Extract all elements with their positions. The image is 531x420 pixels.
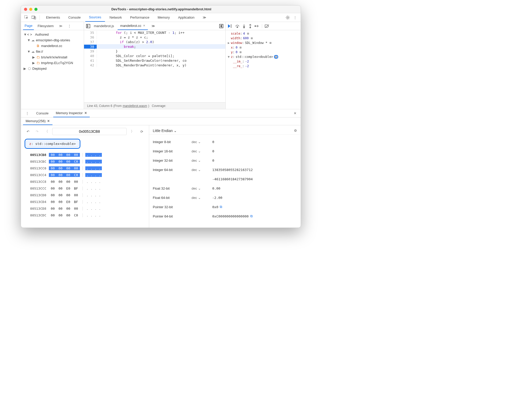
hex-byte[interactable]: 00 [49, 193, 57, 197]
tree-authored[interactable]: ▼< > Authored [21, 32, 84, 37]
hex-byte[interactable]: E0 [64, 200, 72, 204]
hex-byte[interactable]: 00 [64, 193, 72, 197]
memory-icon[interactable]: ⊞ [239, 46, 243, 49]
minimize-window[interactable] [29, 8, 32, 11]
hex-row[interactable]: 00513CB800000000.... [26, 151, 144, 158]
hex-byte[interactable]: 00 [49, 153, 57, 157]
hex-row[interactable]: 00513CC000000000.... [26, 165, 144, 172]
close-icon[interactable]: ✕ [84, 111, 87, 115]
tree-deployed[interactable]: ▶⬡Deployed [21, 66, 84, 71]
hex-byte[interactable]: 00 [72, 207, 80, 211]
sidebar-tabs-overflow[interactable]: ≫ [57, 22, 64, 30]
hex-byte[interactable]: 00 [64, 153, 72, 157]
scope-z[interactable]: ▼z: std::complex<double>⊞ [228, 55, 299, 59]
scope-z-re[interactable]: __re_: -2 [228, 64, 299, 68]
device-toolbar-icon[interactable] [31, 14, 37, 21]
hex-byte[interactable]: 00 [57, 160, 64, 164]
hex-byte[interactable]: BF [72, 200, 80, 204]
step-into-icon[interactable] [242, 24, 246, 28]
hex-row[interactable]: 00513CBC000000C0.... [26, 158, 144, 165]
memory-icon[interactable]: ⊞ [246, 32, 250, 35]
hex-byte[interactable]: 00 [49, 173, 57, 177]
mode-select[interactable]: dec ⌄ [192, 196, 212, 200]
step-icon[interactable] [255, 24, 259, 28]
memory-subtab[interactable]: Memory(256)✕ [23, 118, 52, 125]
hex-byte[interactable]: 00 [57, 213, 64, 217]
editor-tabs-overflow[interactable]: ≫ [149, 22, 158, 30]
endian-select[interactable]: Little Endian ⌄ [153, 129, 177, 133]
external-link-icon[interactable]: ⧉ [220, 205, 222, 209]
tree-host[interactable]: ▼☁emscripten-dbg-stories [21, 37, 84, 43]
refresh-icon[interactable]: ⟳ [138, 129, 145, 134]
hex-byte[interactable]: 00 [57, 193, 64, 197]
hex-byte[interactable]: 00 [57, 173, 64, 177]
hex-byte[interactable]: 00 [57, 200, 64, 204]
mode-select[interactable]: dec ⌄ [192, 186, 212, 190]
drawer-tab-console[interactable]: Console [34, 109, 51, 117]
editor-tab-cc[interactable]: mandelbrot.cc✕ [118, 22, 148, 30]
scope-z-im[interactable]: __im_: -2 [228, 59, 299, 64]
memory-icon[interactable]: ⊞ [274, 55, 278, 59]
hex-byte[interactable]: 00 [64, 180, 72, 184]
step-out-icon[interactable] [248, 24, 252, 28]
tab-network[interactable]: Network [106, 13, 126, 22]
scope-window[interactable]: ▶window: SDL_Window *⊞ [228, 41, 299, 45]
sidebar-more-icon[interactable]: ⋮ [66, 22, 73, 30]
tab-memory[interactable]: Memory [154, 13, 173, 22]
hex-byte[interactable]: 00 [49, 180, 57, 184]
memory-icon[interactable]: ⊞ [250, 36, 254, 40]
tabs-overflow[interactable]: ≫ [199, 13, 210, 22]
memory-icon[interactable]: ⊞ [239, 50, 243, 54]
hex-byte[interactable]: 00 [57, 186, 64, 190]
editor-tab-js[interactable]: mandelbrot.js [91, 22, 117, 30]
scope-y[interactable]: y: 0⊞ [228, 50, 299, 55]
settings-icon[interactable]: ⚙ [294, 129, 297, 133]
hex-row[interactable]: 00513CC4000000C0.... [26, 172, 144, 178]
hex-byte[interactable]: 00 [57, 207, 64, 211]
tab-sources[interactable]: Sources [85, 13, 105, 22]
drawer-more-icon[interactable]: ⋮ [23, 109, 32, 117]
hex-byte[interactable]: C0 [72, 213, 80, 217]
hex-byte[interactable]: 00 [57, 153, 64, 157]
hex-row[interactable]: 00513CD000000000.... [26, 192, 144, 198]
hex-byte[interactable]: C0 [72, 160, 80, 164]
hex-byte[interactable]: 00 [49, 207, 57, 211]
hex-byte[interactable]: 00 [57, 166, 64, 170]
close-drawer-icon[interactable]: ✕ [292, 111, 299, 115]
hex-byte[interactable]: 00 [57, 180, 64, 184]
inspect-icon[interactable] [24, 14, 30, 21]
redo-icon[interactable]: ↷ [34, 129, 41, 134]
resume-icon[interactable] [228, 24, 232, 28]
hex-byte[interactable]: 00 [49, 213, 57, 217]
code-area[interactable]: 35 for (; i < MAX_ITER_COUNT - 1; i++ 36… [84, 30, 225, 102]
hex-byte[interactable]: 00 [64, 166, 72, 170]
hex-row[interactable]: 00513CD40000E0BF.... [26, 198, 144, 205]
zoom-window[interactable] [34, 8, 37, 11]
close-window[interactable] [24, 8, 27, 11]
hex-byte[interactable]: 00 [64, 213, 72, 217]
mode-select[interactable]: dec ⌄ [192, 168, 212, 172]
tree-folder-1[interactable]: ▶🗀b/s/w/ir/x/w/install [21, 54, 84, 60]
deactivate-breakpoints-icon[interactable] [265, 24, 269, 28]
close-icon[interactable]: ✕ [143, 24, 145, 27]
scope-scale[interactable]: scale: 4⊞ [228, 31, 299, 36]
settings-icon[interactable] [285, 14, 291, 21]
drawer-tab-memory-inspector[interactable]: Memory Inspector✕ [53, 109, 90, 117]
undo-icon[interactable]: ↶ [25, 129, 32, 134]
source-map-link[interactable]: mandelbrot.wasm [123, 104, 147, 108]
hex-byte[interactable]: 00 [64, 207, 72, 211]
tab-console[interactable]: Console [65, 13, 84, 22]
prev-page-icon[interactable]: 〈 [43, 129, 50, 134]
memory-icon[interactable]: ⊞ [268, 41, 272, 45]
mode-select[interactable]: dec ⌄ [192, 140, 212, 144]
next-page-icon[interactable]: 〉 [129, 129, 136, 134]
mode-select[interactable]: dec ⌄ [192, 159, 212, 162]
hex-row[interactable]: 00513CC800000000.... [26, 178, 144, 185]
tree-file-mandelbrot[interactable]: 🗎mandelbrot.cc [21, 43, 84, 49]
hex-byte[interactable]: 00 [72, 180, 80, 184]
hex-byte[interactable]: 00 [49, 160, 57, 164]
hex-byte[interactable]: 00 [49, 166, 57, 170]
external-link-icon[interactable]: ⧉ [250, 214, 253, 218]
sidebar-tab-page[interactable]: Page [23, 22, 34, 30]
hex-byte[interactable]: 00 [49, 200, 57, 204]
